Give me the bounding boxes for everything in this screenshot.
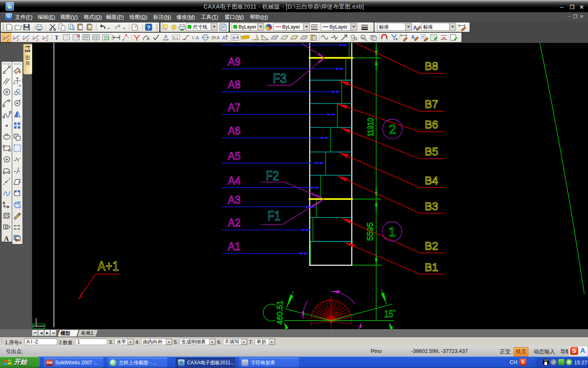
svg-text:15: 15 — [384, 308, 393, 319]
svg-text:ByLayer: ByLayer — [238, 24, 256, 30]
svg-text:1: 1 — [3, 35, 5, 39]
svg-text:标准: 标准 — [423, 24, 433, 30]
svg-text:8.1: 8.1 — [173, 36, 178, 40]
svg-text:1: 1 — [388, 225, 395, 239]
svg-text:11910: 11910 — [365, 118, 375, 137]
svg-text:A2: A2 — [228, 217, 241, 229]
svg-text:2: 2 — [26, 38, 29, 42]
svg-text:A: A — [411, 34, 415, 40]
svg-text:1: 1 — [22, 35, 24, 39]
svg-text:A8: A8 — [228, 79, 241, 91]
svg-text:A7: A7 — [228, 101, 241, 114]
svg-text:?: ? — [147, 25, 150, 31]
svg-text:A5: A5 — [228, 150, 241, 162]
svg-text:厍: 厍 — [25, 61, 30, 66]
svg-text:1: 1 — [32, 35, 34, 39]
svg-text:B7: B7 — [425, 98, 438, 110]
svg-text:B4: B4 — [425, 175, 438, 187]
svg-text:K: K — [214, 36, 217, 40]
svg-text:标准: 标准 — [379, 24, 389, 30]
svg-text:1: 1 — [42, 35, 44, 39]
svg-text:A9: A9 — [228, 56, 241, 68]
svg-text:图: 图 — [25, 55, 30, 61]
svg-text:2: 2 — [36, 38, 38, 42]
svg-text:B2: B2 — [425, 240, 438, 252]
svg-text:A4: A4 — [228, 175, 241, 187]
svg-text:A: A — [4, 235, 9, 242]
svg-text:A: A — [362, 36, 364, 40]
svg-text:A1: A1 — [228, 240, 241, 253]
svg-text:A: A — [217, 36, 220, 40]
svg-text:A: A — [222, 35, 225, 41]
svg-text:2: 2 — [7, 38, 9, 42]
svg-text:A: A — [232, 36, 235, 40]
svg-text:1: 1 — [13, 35, 15, 39]
svg-text:A: A — [164, 34, 167, 40]
svg-text:B5: B5 — [425, 146, 438, 158]
svg-text:A6: A6 — [228, 125, 241, 137]
svg-text:B8: B8 — [425, 60, 438, 72]
svg-text:B1: B1 — [425, 261, 438, 274]
svg-text:A: A — [147, 36, 150, 41]
svg-text:尺寸线: 尺寸线 — [193, 24, 207, 30]
svg-text:t:: t: — [192, 36, 195, 40]
svg-text:F1: F1 — [267, 208, 281, 223]
svg-text:B6: B6 — [425, 119, 438, 131]
svg-text:2: 2 — [46, 38, 48, 42]
svg-text:T: T — [55, 35, 59, 41]
svg-text:460.51: 460.51 — [275, 301, 284, 325]
svg-text:F2: F2 — [266, 168, 279, 183]
svg-text:A3: A3 — [228, 194, 241, 206]
svg-text:2: 2 — [389, 122, 396, 137]
svg-text:B3: B3 — [425, 200, 438, 213]
svg-text:ByLayer: ByLayer — [330, 24, 347, 30]
svg-text:F3: F3 — [273, 70, 287, 86]
svg-text:ByLayer: ByLayer — [282, 24, 300, 30]
svg-text:A: A — [196, 35, 199, 41]
svg-text:2: 2 — [16, 38, 19, 42]
svg-text:A+1: A+1 — [98, 258, 119, 274]
svg-text:5595: 5595 — [365, 222, 374, 241]
